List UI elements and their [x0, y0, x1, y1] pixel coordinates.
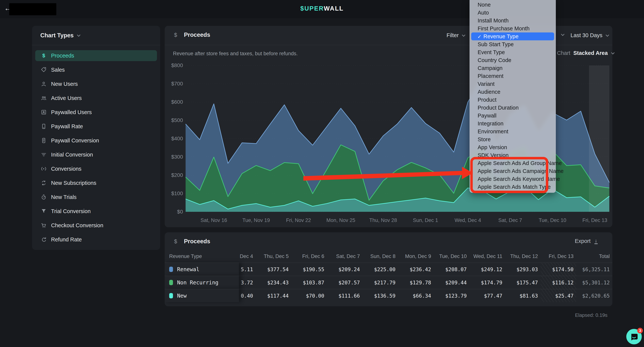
data-table: Revenue TypeDec 4Thu, Dec 5Fri, Dec 6Sat…: [165, 250, 612, 302]
sidebar-item-conversions[interactable]: Conversions: [35, 163, 157, 174]
dropdown-item-revenue-type[interactable]: ✓Revenue Type: [471, 33, 554, 40]
table-cell-non-recurring-sun-dec-8: $217.79: [362, 276, 398, 289]
filter-button[interactable]: Filter: [446, 32, 464, 39]
sidebar-item-refund-rate[interactable]: Refund Rate: [35, 234, 157, 245]
x-tick-label: Wed, Dec 4: [455, 217, 481, 223]
table-cell-non-recurring-fri-dec-6: $103.87: [291, 276, 327, 289]
dropdown-item-auto[interactable]: Auto: [470, 9, 556, 17]
row-label: Non Recurring: [177, 279, 218, 286]
series-swatch: [169, 293, 173, 298]
y-tick-label: $500: [171, 117, 183, 123]
elapsed-time: Elapsed: 0.19s: [575, 312, 608, 318]
table-header-thu-dec-5: Thu, Dec 5: [256, 250, 291, 262]
table-header-sun-dec-8: Sun, Dec 8: [362, 250, 398, 262]
dropdown-item-apple-search-ads-match-type[interactable]: Apple Search Ads Match Type: [470, 183, 556, 191]
table-cell-non-recurring-thu-dec-12: $175.47: [505, 276, 540, 289]
chat-launcher-button[interactable]: 3: [626, 329, 642, 344]
dropdown-item-label: Event Type: [478, 49, 505, 55]
sidebar-item-sales[interactable]: Sales: [35, 64, 157, 75]
dropdown-item-product-duration[interactable]: Product Duration: [470, 104, 556, 112]
group-by-chevron-icon[interactable]: [561, 33, 564, 36]
sidebar-item-label: Checkout Conversion: [51, 222, 103, 229]
dropdown-item-campaign[interactable]: Campaign: [470, 64, 556, 72]
sidebar-item-new-subscriptions[interactable]: New Subscriptions: [35, 177, 157, 188]
sidebar-item-label: Initial Conversion: [51, 152, 93, 158]
dropdown-item-variant[interactable]: Variant: [470, 80, 556, 88]
dropdown-item-app-version[interactable]: App Version: [470, 143, 556, 151]
dropdown-item-first-purchase-month[interactable]: First Purchase Month: [470, 25, 556, 33]
table-header-total: Total: [576, 250, 612, 262]
date-range-button[interactable]: Last 30 Days: [570, 32, 608, 39]
sidebar-item-paywall-rate[interactable]: Paywall Rate: [35, 121, 157, 132]
dropdown-item-audience[interactable]: Audience: [470, 88, 556, 96]
sidebar-item-label: Paywall Conversion: [51, 138, 99, 144]
superwall-logo: $UPERWALL: [300, 5, 344, 12]
sidebar-item-active-users[interactable]: Active Users: [35, 93, 157, 104]
sidebar-item-paywalled-users[interactable]: Paywalled Users: [35, 107, 157, 118]
user-icon: [40, 81, 47, 87]
dropdown-item-placement[interactable]: Placement: [470, 72, 556, 80]
table-cell-new-tue-dec-10: $123.79: [434, 289, 469, 302]
table-row-label-new[interactable]: New: [165, 289, 239, 302]
table-cell-new-sun-dec-8: $136.59: [362, 289, 398, 302]
table-row-label-non-recurring[interactable]: Non Recurring: [165, 276, 239, 289]
sidebar-item-label: Refund Rate: [51, 236, 82, 243]
table-cell-renewal-sat-dec-7: $209.24: [327, 262, 362, 276]
chart-type-select[interactable]: Chart Stacked Area: [557, 50, 614, 56]
table-cell-new-fri-dec-13: $25.47: [540, 289, 576, 302]
row-label: New: [177, 293, 187, 299]
y-tick-label: $200: [171, 172, 183, 178]
x-tick-label: Sat, Nov 16: [200, 217, 227, 223]
group-by-dropdown-menu: NoneAutoInstall MonthFirst Purchase Mont…: [470, 0, 556, 193]
dollar-icon: $: [40, 53, 47, 59]
dropdown-item-apple-search-ads-campaign-name[interactable]: Apple Search Ads Campaign Name: [470, 167, 556, 175]
proceeds-table-card: $ Proceeds Export ↓ Revenue TypeDec 4Thu…: [165, 232, 612, 306]
dropdown-item-label: Audience: [478, 89, 500, 95]
table-row-label-renewal[interactable]: Renewal: [165, 262, 239, 276]
dropdown-item-sdk-version[interactable]: SDK Version: [470, 151, 556, 159]
table-cell-non-recurring-tue-dec-10: $209.44: [434, 276, 469, 289]
table-cell-non-recurring-thu-dec-5: $234.43: [256, 276, 291, 289]
dropdown-item-integration[interactable]: Integration: [470, 120, 556, 128]
check-icon: ✓: [478, 34, 482, 40]
dropdown-item-environment[interactable]: Environment: [470, 128, 556, 135]
table-header-revenue-type: Revenue Type: [165, 250, 239, 262]
chevron-down-icon: [462, 33, 466, 37]
sidebar-item-list: $ProceedsSalesNew UsersActive UsersPaywa…: [32, 45, 160, 245]
dropdown-item-apple-search-ads-ad-group-name[interactable]: Apple Search Ads Ad Group Name: [470, 159, 556, 167]
sidebar-header[interactable]: Chart Types: [32, 26, 160, 45]
table-cell-renewal-total: $6,325.11: [576, 262, 612, 276]
redacted-app-name: [9, 3, 56, 15]
dollar-icon: $: [174, 238, 177, 245]
dropdown-item-label: App Version: [478, 144, 507, 150]
dropdown-item-product[interactable]: Product: [470, 96, 556, 104]
dropdown-item-label: Environment: [478, 128, 508, 134]
sidebar-item-trial-conversion[interactable]: Trial Conversion: [35, 206, 157, 217]
table-cell-new-fri-dec-6: $70.00: [291, 289, 327, 302]
sidebar-item-paywall-conversion[interactable]: Paywall Conversion: [35, 135, 157, 146]
sidebar-item-proceeds[interactable]: $Proceeds: [35, 50, 157, 61]
sidebar-item-initial-conversion[interactable]: Initial Conversion: [35, 149, 157, 160]
table-cell-renewal-mon-dec-9: $236.42: [398, 262, 434, 276]
dropdown-item-sub-start-type[interactable]: Sub Start Type: [470, 40, 556, 48]
table-header-thu-dec-12: Thu, Dec 12: [505, 250, 540, 262]
dropdown-item-install-month[interactable]: Install Month: [470, 17, 556, 25]
sidebar-item-checkout-conversion[interactable]: Checkout Conversion: [35, 220, 157, 231]
export-button[interactable]: Export ↓: [575, 238, 598, 244]
dropdown-item-label: Install Month: [478, 18, 508, 24]
dropdown-item-label: Paywall: [478, 113, 496, 119]
dropdown-item-none[interactable]: None: [470, 1, 556, 9]
dropdown-item-paywall[interactable]: Paywall: [470, 112, 556, 120]
sidebar-item-new-users[interactable]: New Users: [35, 79, 157, 89]
y-tick-label: $400: [171, 136, 183, 141]
dropdown-item-apple-search-ads-keyword-name[interactable]: Apple Search Ads Keyword Name: [470, 175, 556, 183]
table-cell-new-sat-dec-7: $111.66: [327, 289, 362, 302]
sidebar-item-new-trials[interactable]: New Trials: [35, 192, 157, 203]
dropdown-item-event-type[interactable]: Event Type: [470, 48, 556, 56]
table-cell-renewal-tue-dec-10: $208.07: [434, 262, 469, 276]
chat-unread-badge: 3: [637, 328, 643, 333]
incomplete-day-overlay: [589, 66, 609, 212]
dropdown-item-country-code[interactable]: Country Code: [470, 56, 556, 64]
dropdown-item-store[interactable]: Store: [470, 135, 556, 143]
dropdown-item-label: Apple Search Ads Keyword Name: [478, 176, 560, 182]
